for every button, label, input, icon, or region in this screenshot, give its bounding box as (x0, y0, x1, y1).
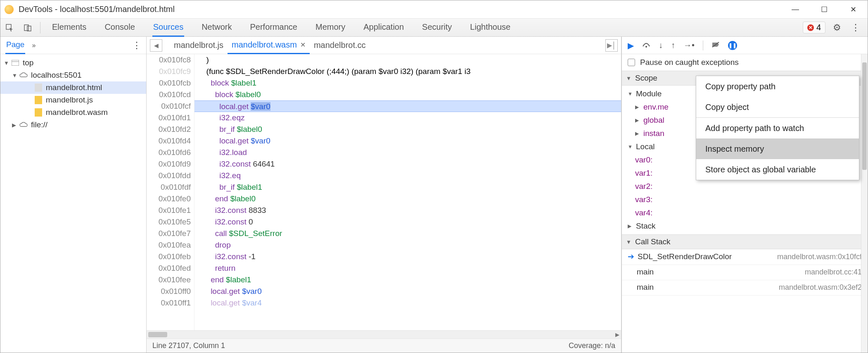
gutter-address[interactable]: 0x010fd9 (147, 158, 191, 170)
code-line[interactable]: i32.eq (194, 170, 621, 181)
tab-application[interactable]: Application (363, 19, 405, 37)
scrollbar-thumb[interactable] (862, 62, 867, 170)
code-line[interactable]: block $label0 (194, 89, 621, 100)
code-line[interactable]: i32.const 0 (194, 216, 621, 228)
navigator-more-tabs-icon[interactable]: » (32, 42, 36, 49)
code-line[interactable]: local.get $var0 (194, 100, 621, 112)
gutter-address[interactable]: 0x010ff0 (147, 286, 191, 297)
code-line[interactable]: block $label1 (194, 77, 621, 89)
tree-file-proto[interactable]: ▶ file:// (0, 119, 146, 131)
tab-memory[interactable]: Memory (315, 19, 346, 37)
gutter-address[interactable]: 0x010fea (147, 239, 191, 251)
pause-indicator-icon[interactable]: ❚❚ (728, 41, 737, 50)
more-menu-icon[interactable]: ⋮ (849, 22, 863, 33)
minimize-button[interactable]: — (791, 5, 799, 14)
callstack-frame[interactable]: ➔SDL_SetRenderDrawColormandelbrot.wasm:0… (622, 249, 868, 265)
tab-elements[interactable]: Elements (51, 19, 87, 37)
tab-security[interactable]: Security (421, 19, 453, 37)
error-counter[interactable]: ✕ 4 (803, 21, 825, 33)
callstack-frame[interactable]: mainmandelbrot.wasm:0x3ef2 (622, 280, 868, 296)
resume-icon[interactable]: ▶ (628, 41, 634, 50)
navigate-back-icon[interactable]: ◀ (150, 39, 162, 52)
context-menu-item[interactable]: Add property path to watch (696, 118, 859, 138)
navigate-forward-icon[interactable]: ▶│ (605, 39, 618, 52)
tab-performance[interactable]: Performance (249, 19, 299, 37)
step-over-icon[interactable] (642, 41, 650, 50)
close-tab-icon[interactable]: ✕ (300, 41, 306, 49)
settings-gear-icon[interactable]: ⚙ (830, 22, 844, 33)
tree-host[interactable]: ▼ localhost:5501 (0, 69, 146, 81)
gutter-address[interactable]: 0x010fd6 (147, 147, 191, 158)
page-tab[interactable]: Page (5, 37, 25, 54)
code-line[interactable]: ) (194, 54, 621, 66)
gutter-address[interactable]: 0x010ff1 (147, 297, 191, 309)
tab-sources[interactable]: Sources (152, 19, 184, 37)
code-line[interactable]: (func $SDL_SetRenderDrawColor (;444;) (p… (194, 66, 621, 77)
scope-local-var[interactable]: var3: (622, 193, 868, 206)
callstack-frame[interactable]: mainmandelbrot.cc:41 (622, 265, 868, 280)
file-tab-cc[interactable]: mandelbrot.cc (310, 37, 370, 53)
gutter-address[interactable]: 0x010fd2 (147, 124, 191, 135)
context-menu-item[interactable]: Store object as global variable (696, 159, 859, 180)
tree-file-wasm[interactable]: mandelbrot.wasm (0, 106, 146, 119)
code-line[interactable]: i32.eqz (194, 112, 621, 124)
gutter-address[interactable]: 0x010fe1 (147, 205, 191, 216)
code-line[interactable]: return (194, 262, 621, 274)
gutter-address[interactable]: 0x010fcd (147, 89, 191, 100)
navigator-menu-icon[interactable]: ⋮ (132, 40, 141, 51)
maximize-button[interactable]: ☐ (820, 5, 828, 14)
vertical-scrollbar[interactable] (861, 54, 868, 353)
step-out-icon[interactable]: ↑ (671, 41, 675, 50)
gutter-address[interactable]: 0x010fee (147, 274, 191, 286)
code-line[interactable]: i32.load (194, 147, 621, 158)
gutter-address[interactable]: 0x010feb (147, 251, 191, 262)
horizontal-scrollbar[interactable]: ▶ (147, 330, 621, 339)
code-line[interactable]: end $label0 (194, 193, 621, 205)
code-body[interactable]: ) (func $SDL_SetRenderDrawColor (;444;) … (194, 54, 621, 330)
scope-local-var[interactable]: var4: (622, 206, 868, 219)
close-window-button[interactable]: ✕ (849, 5, 857, 14)
code-line[interactable]: local.get $var0 (194, 286, 621, 297)
code-line[interactable]: local.get $var0 (194, 135, 621, 147)
pause-on-exceptions-row[interactable]: Pause on caught exceptions (622, 54, 868, 71)
code-line[interactable]: call $SDL_SetError (194, 228, 621, 239)
code-line[interactable]: i32.const 64641 (194, 158, 621, 170)
file-tab-wasm[interactable]: mandelbrot.wasm✕ (228, 37, 310, 54)
code-editor[interactable]: 0x010fc80x010fc90x010fcb0x010fcd0x010fcf… (147, 54, 621, 330)
tree-top-frame[interactable]: ▼ top (0, 57, 146, 69)
gutter-address[interactable]: 0x010fcf (147, 100, 191, 112)
gutter-address[interactable]: 0x010fc8 (147, 54, 191, 66)
device-toolbar-icon[interactable] (19, 19, 37, 37)
file-tab-js[interactable]: mandelbrot.js (170, 37, 228, 53)
code-line[interactable]: end $label1 (194, 274, 621, 286)
step-icon[interactable]: →• (683, 41, 695, 50)
code-line[interactable]: i32.const -1 (194, 251, 621, 262)
tab-console[interactable]: Console (104, 19, 135, 37)
step-into-icon[interactable]: ↓ (659, 41, 663, 50)
scope-stack[interactable]: ▶Stack (622, 219, 868, 233)
gutter-address[interactable]: 0x010fe7 (147, 228, 191, 239)
deactivate-breakpoints-icon[interactable] (711, 41, 720, 50)
gutter-address[interactable]: 0x010fcb (147, 77, 191, 89)
code-line[interactable]: drop (194, 239, 621, 251)
tab-network[interactable]: Network (201, 19, 232, 37)
gutter-address[interactable]: 0x010fdd (147, 170, 191, 181)
code-line[interactable]: br_if $label0 (194, 124, 621, 135)
gutter-address[interactable]: 0x010fdf (147, 181, 191, 193)
tree-file-js[interactable]: mandelbrot.js (0, 94, 146, 106)
callstack-section-header[interactable]: ▼ Call Stack (622, 234, 868, 249)
gutter-address[interactable]: 0x010fe5 (147, 216, 191, 228)
gutter-address[interactable]: 0x010fed (147, 262, 191, 274)
gutter-address[interactable]: 0x010fc9 (147, 66, 191, 77)
inspect-element-icon[interactable] (0, 19, 19, 37)
scope-local-var[interactable]: var2: (622, 180, 868, 193)
code-line[interactable]: local.get $var4 (194, 297, 621, 309)
checkbox[interactable] (628, 59, 635, 66)
gutter-address[interactable]: 0x010fd1 (147, 112, 191, 124)
code-line[interactable]: i32.const 8833 (194, 205, 621, 216)
scrollbar-thumb[interactable] (148, 332, 167, 337)
gutter-address[interactable]: 0x010fe0 (147, 193, 191, 205)
context-menu-item[interactable]: Copy property path (696, 76, 859, 97)
gutter-address[interactable]: 0x010fd4 (147, 135, 191, 147)
code-line[interactable]: br_if $label1 (194, 181, 621, 193)
